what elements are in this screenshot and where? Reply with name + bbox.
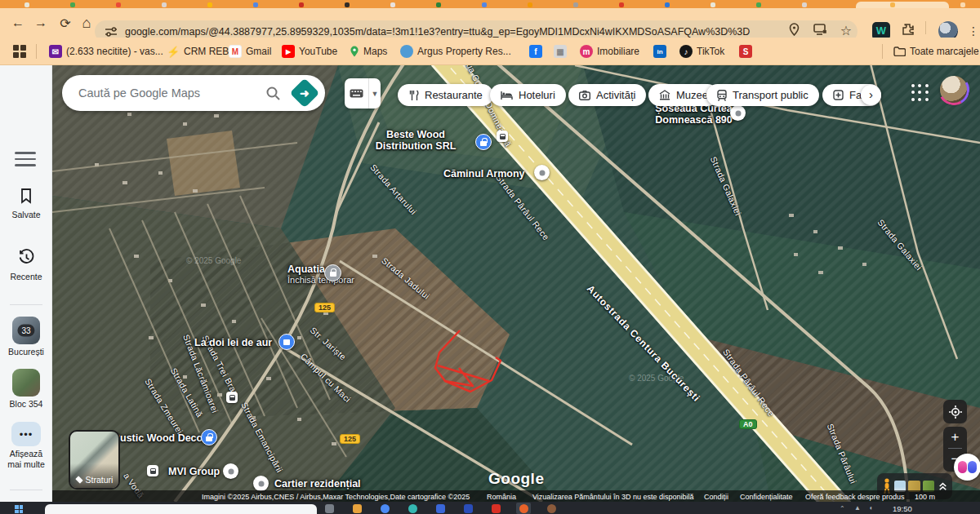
back-button[interactable]: ←: [7, 11, 29, 34]
send-to-device-icon[interactable]: [812, 23, 828, 39]
taskbar-clock[interactable]: 19:50: [893, 504, 912, 513]
windows-taskbar[interactable]: ⌃ ▲ ◖ 19:50: [0, 502, 980, 514]
poi-marker[interactable]: [253, 476, 269, 491]
chip-activities[interactable]: Activități: [568, 84, 646, 106]
zoom-in-button[interactable]: +: [943, 427, 967, 448]
bookmark-s[interactable]: S: [739, 43, 752, 60]
history-icon: [18, 249, 35, 266]
layers-button[interactable]: Straturi: [69, 430, 120, 490]
bookmark-label: TikTok: [697, 46, 724, 57]
bookmarks-bar: ✉ (2.633 necitite) - vas... ⚡ CRM REBS M…: [0, 38, 980, 65]
extension-brain-icon[interactable]: [954, 454, 980, 481]
bookmark-facebook[interactable]: f: [529, 43, 542, 60]
poi-icon-lock-blue[interactable]: [201, 429, 217, 445]
poi-caminul-armony[interactable]: Căminul Armony: [443, 168, 525, 179]
bookmark-gmail[interactable]: M Gmail: [229, 43, 271, 60]
app-icon-person[interactable]: [547, 504, 556, 513]
apps-grid-icon[interactable]: [13, 45, 26, 58]
poi-rustic-wood-decor[interactable]: Rustic Wood Decor: [113, 432, 207, 444]
bookmark-star-icon[interactable]: ☆: [838, 23, 854, 39]
bookmark-photos[interactable]: ▦: [554, 43, 567, 60]
active-tab[interactable]: [856, 2, 949, 8]
reload-button[interactable]: ⟳: [54, 11, 77, 34]
bookmark-crm-rebs[interactable]: ⚡ CRM REBS: [167, 43, 235, 60]
poi-aquatia[interactable]: AquatiaÎnchisă temporar: [287, 264, 354, 285]
start-button[interactable]: [15, 505, 23, 513]
sidebar-item-bucuresti[interactable]: 33 București: [0, 317, 52, 357]
input-tools-button[interactable]: ▼: [345, 78, 381, 109]
search-input[interactable]: [78, 86, 265, 100]
google-logo: Google: [488, 470, 544, 488]
sidebar-item-bloc354[interactable]: Bloc 354: [0, 369, 52, 410]
poi-marker[interactable]: [730, 105, 746, 121]
file-explorer-icon[interactable]: [353, 504, 362, 513]
poi-mvi-group[interactable]: MVI Group: [168, 466, 220, 477]
firefox-icon[interactable]: [519, 504, 528, 513]
bookmark-label: (2.633 necitite) - vas...: [66, 46, 163, 57]
menu-icon[interactable]: [15, 152, 36, 166]
poi-icon-lock-grey[interactable]: [324, 264, 341, 281]
edge-icon[interactable]: [381, 504, 390, 513]
google-apps-icon[interactable]: [911, 84, 929, 102]
chip-restaurants[interactable]: Restaurante: [398, 84, 493, 106]
keyboard-icon[interactable]: [345, 78, 368, 109]
poi-cartier-rezidential[interactable]: Cartier rezidențial: [274, 478, 361, 490]
directions-button[interactable]: ➜: [290, 78, 320, 109]
task-view-icon[interactable]: [325, 504, 334, 513]
all-bookmarks[interactable]: Toate marcajele: [893, 43, 979, 60]
chip-hotels[interactable]: Hoteluri: [490, 84, 566, 106]
taskbar-search-box[interactable]: [45, 504, 317, 514]
app-icon-red[interactable]: [492, 504, 501, 513]
bookmark-maps[interactable]: Maps: [350, 43, 387, 60]
poi-soseaua-curtea[interactable]: Șoseaua CurteaDomnească 890: [651, 103, 737, 126]
bookmark-imobiliare[interactable]: m Imobiliare: [580, 43, 639, 60]
extensions-puzzle-icon[interactable]: [900, 23, 916, 39]
app-icon-teal[interactable]: [408, 504, 417, 513]
terms-link[interactable]: Condiții: [704, 493, 728, 501]
route-shield-a0: A0: [739, 419, 757, 429]
search-icon[interactable]: [265, 86, 281, 101]
poi-icon-shop-blue[interactable]: [278, 334, 295, 350]
more-categories-button[interactable]: ›: [861, 85, 881, 105]
bookmark-tiktok[interactable]: ♪ TikTok: [679, 43, 724, 60]
sidebar-item-recents[interactable]: Recente: [0, 249, 52, 282]
tray-volume-icon[interactable]: ◖: [869, 504, 873, 512]
poi-marker[interactable]: [534, 165, 550, 180]
feedback-link[interactable]: Oferă feedback despre produs: [805, 493, 905, 501]
bookmark-label: Imobiliare: [597, 46, 639, 57]
outlook-icon[interactable]: [464, 504, 473, 513]
sidebar-item-show-more[interactable]: ••• Afișează mai multe: [0, 422, 52, 469]
bookmark-mail[interactable]: ✉ (2.633 necitite) - vas...: [49, 43, 163, 60]
my-location-button[interactable]: [943, 400, 967, 423]
tray-chevron-icon[interactable]: ⌃: [840, 505, 845, 512]
poi-la-doi-lei[interactable]: La doi lei de aur: [194, 337, 272, 348]
chrome-menu-icon[interactable]: ⋮: [965, 23, 980, 39]
forward-button[interactable]: →: [29, 11, 52, 34]
bookmark-youtube[interactable]: ▶ YouTube: [282, 43, 337, 60]
input-tools-dropdown[interactable]: ▼: [368, 78, 381, 109]
url-text[interactable]: google.com/maps/@44.3887977,25.8959329,1…: [125, 26, 770, 38]
site-settings-icon[interactable]: [105, 26, 118, 38]
bus-stop-icon[interactable]: [147, 465, 158, 476]
bus-stop-icon[interactable]: [226, 392, 238, 403]
bus-stop-icon[interactable]: [497, 131, 508, 142]
brain-left-lobe: [958, 461, 967, 473]
bookmark-linkedin[interactable]: in: [653, 43, 666, 60]
poi-icon-lock-blue[interactable]: [475, 134, 492, 150]
chip-label: Restaurante: [425, 89, 483, 101]
tab-strip[interactable]: [0, 0, 980, 8]
location-pin-icon[interactable]: [786, 23, 802, 39]
poi-marker[interactable]: [223, 463, 238, 479]
chip-transit[interactable]: Transport public: [706, 84, 819, 106]
privacy-link[interactable]: Confidențialitate: [740, 493, 793, 501]
maps-pin-icon: [350, 45, 359, 58]
poi-beste-wood[interactable]: Beste WoodDistribution SRL: [359, 129, 472, 152]
sidebar-item-saved[interactable]: Salvate: [0, 188, 52, 220]
s-icon: S: [739, 45, 752, 58]
region-label[interactable]: România: [487, 493, 516, 501]
app-icon-blue[interactable]: [436, 504, 445, 513]
browser-toolbar: ← → ⟳ ⌂ google.com/maps/@44.3887977,25.8…: [0, 8, 980, 38]
bookmark-argus[interactable]: Argus Property Res...: [400, 43, 511, 60]
maps-search-bar[interactable]: ➜: [62, 75, 325, 111]
tray-network-icon[interactable]: ▲: [854, 504, 861, 512]
